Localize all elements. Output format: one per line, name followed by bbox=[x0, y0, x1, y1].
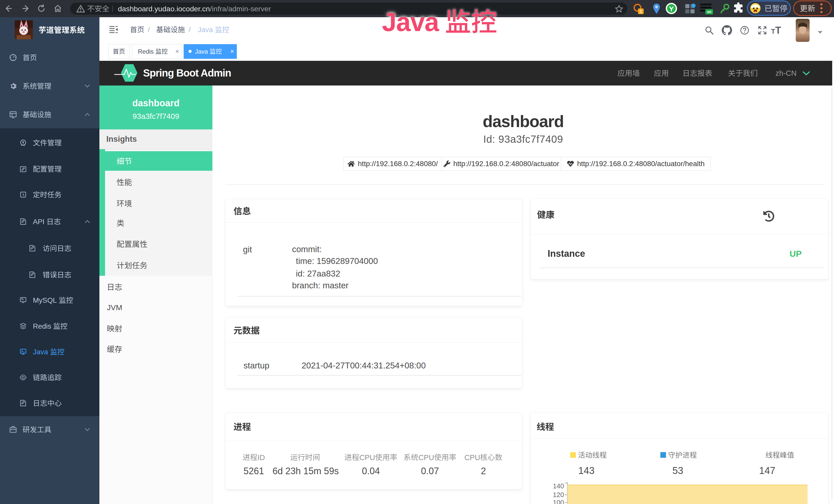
svg-text:on: on bbox=[707, 10, 711, 14]
svg-text:1: 1 bbox=[640, 9, 642, 14]
